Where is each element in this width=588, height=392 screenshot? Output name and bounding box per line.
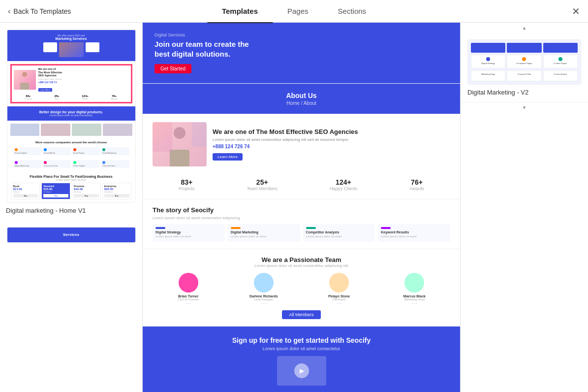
right-card-label-v2: Digital Marketing - V2	[467, 89, 581, 98]
mid-team-section: We are a Passionate Team Lorem ipsum dol…	[143, 249, 460, 327]
back-label: Back To Templates	[13, 7, 71, 15]
mid-team-title: We are a Passionate Team	[153, 256, 450, 263]
right-panel: ▲ Digital Strategy	[460, 23, 588, 392]
product-img-3	[72, 124, 101, 136]
team-avatar-4	[404, 273, 424, 293]
mini-page-home-v1: We offer expert SEO and Marketing Servic…	[7, 30, 135, 202]
back-button[interactable]: ‹ Back To Templates	[0, 0, 79, 22]
mini-hero-title: Marketing Services	[12, 37, 130, 40]
story-icon-4	[381, 227, 391, 229]
card-preview-home-v1: We offer expert SEO and Marketing Servic…	[7, 30, 136, 203]
mid-hero-cta: Get Started	[155, 64, 191, 73]
pricing-card-3: Premium $49.99 20 items Buy	[72, 183, 101, 199]
mid-team-more-btn[interactable]: All Members	[282, 310, 320, 319]
mid-about-section: About Us Home / About	[143, 84, 460, 114]
mini-reason-7: Online Digital	[72, 160, 100, 168]
close-button[interactable]: ✕	[572, 6, 580, 16]
mid-seo-btn: Learn More	[213, 153, 243, 161]
tab-sections[interactable]: Sections	[323, 0, 381, 23]
mid-signup-image: ▶	[277, 356, 326, 386]
team-avatar-1	[179, 273, 198, 293]
mid-team-grid: Brian Turner CEO & Founder · · · Darlene…	[153, 273, 450, 305]
mini-stats: 83+Projects 25+Team 124+Clients 76+Award…	[14, 93, 129, 100]
person-overlay-left	[153, 122, 172, 152]
mini-stat-2: 25+Team	[54, 95, 59, 100]
mini-seo-img	[14, 70, 36, 90]
mini-product-title: Better design for your digital products.	[12, 110, 130, 114]
main-layout: We offer expert SEO and Marketing Servic…	[0, 23, 588, 392]
right-card-v2[interactable]: Digital Strategy Competitor Pages Conten…	[461, 33, 588, 102]
signup-img-inner: ▶	[277, 356, 326, 386]
card-label-home-v1: Digital marketing - Home V1	[0, 203, 142, 220]
mini-seo-btn: Learn More	[38, 88, 52, 92]
mid-about-blue: About Us Home / About	[143, 84, 460, 114]
story-icon-3	[306, 227, 316, 229]
v2-card-2: Competitor Pages	[507, 55, 541, 68]
v2-blue-2	[507, 43, 541, 53]
product-img-2	[41, 124, 70, 136]
story-card-4: Keyword Results Lorem ipsum dolor sit am…	[378, 224, 450, 242]
scroll-up-arrow[interactable]: ▲	[461, 23, 588, 33]
mini-hero-tagline: We offer expert SEO and	[12, 34, 130, 37]
mid-hero-content: Digital Services Join our team to create…	[143, 23, 460, 83]
v2-grid-bot: Marketing Page Consumer Plan Content Exp…	[471, 70, 578, 81]
mini-hero-illustration	[59, 42, 84, 57]
mid-seo-desc: Lorem ipsum dolor sit amet consectetur a…	[213, 137, 358, 142]
mini-reasons-title: More reasons companies around the world …	[10, 141, 132, 144]
mid-hero-title: Join our team to create the best digital…	[155, 39, 253, 59]
header: ‹ Back To Templates Templates Pages Sect…	[0, 0, 588, 23]
mini-reason-2: Social Media	[42, 147, 71, 155]
middle-panel: Digital Services Join our team to create…	[143, 23, 460, 392]
mid-story-desc: Lorem ipsum dolor sit amet consectetur a…	[153, 216, 450, 220]
team-social-4: · · ·	[379, 302, 450, 305]
mid-stat-3: 124+ Happy Clients	[330, 178, 357, 191]
mini-reasons-grid-bot: Digital Marketing Consumer Data Online D…	[10, 158, 132, 170]
mid-stat-4: 76+ Awards	[409, 178, 424, 191]
mid-stats: 83+ Projects 25+ Team Members 124+ Happy…	[143, 174, 460, 199]
mid-story-title: The story of Seocify	[153, 206, 450, 214]
mini-reasons-grid-top: Search Digital Social Media Social Pages…	[10, 145, 132, 157]
mid-hero-cta-wrap: Get Started	[155, 64, 448, 73]
mini-stat-1: 83+Projects	[25, 95, 31, 100]
tab-templates[interactable]: Templates	[207, 0, 273, 23]
mini-stat-4: 76+Awards	[111, 95, 117, 100]
mid-team-sub: Lorem ipsum dolor sit amet consectetur a…	[153, 263, 450, 268]
mid-seo-content: We are one of The Most Effective SEO Age…	[143, 114, 460, 174]
mini-reason-1: Search Digital	[13, 147, 42, 155]
person-body	[170, 150, 189, 166]
team-social-1: · · ·	[153, 302, 224, 305]
mid-seo-phone: +888 124 726 74	[213, 144, 358, 149]
mid-signup-sub: Lorem ipsum dolor sit amet consectetur	[153, 346, 450, 351]
mini-reason-6: Consumer Data	[42, 160, 71, 168]
tab-pages[interactable]: Pages	[273, 0, 323, 23]
team-member-3: Pelayo Stone Developer · · ·	[304, 273, 375, 305]
team-avatar-3	[329, 273, 349, 293]
mid-story-cards: Digital Strategy Lorem ipsum dolor sit a…	[153, 224, 450, 242]
right-card-img-v2: Digital Strategy Competitor Pages Conten…	[467, 39, 581, 85]
story-icon-2	[231, 227, 241, 229]
mini-plans: Flexible Plans For Small To FastGrowing …	[7, 172, 135, 202]
mid-seo-image	[153, 122, 207, 166]
back-arrow-icon: ‹	[8, 7, 10, 16]
mini-seo-pink: We are one ofThe Most EffectiveSEO Agenc…	[10, 64, 132, 103]
mini-stat-3: 124+Clients	[82, 95, 89, 100]
v2-preview: Digital Strategy Competitor Pages Conten…	[468, 40, 581, 84]
pricing-card-2: Standard $39.80 10 items Buy	[41, 183, 70, 199]
v2-card-4: Marketing Page	[471, 70, 505, 81]
v2-blue-3	[543, 43, 578, 53]
person-overlay-right	[192, 122, 207, 147]
mid-stat-2: 25+ Team Members	[247, 178, 278, 191]
mid-seo-heading: We are one of The Most Effective SEO Age…	[213, 128, 358, 136]
mini-reason-8: Content Expert	[101, 160, 129, 168]
team-social-3: · · ·	[304, 302, 375, 305]
mid-about-sub: Home / About	[153, 100, 450, 106]
team-social-2: · · ·	[228, 302, 299, 305]
scroll-down-arrow[interactable]: ▼	[461, 102, 588, 112]
template-card-services[interactable]: Services	[0, 227, 142, 243]
mini-plans-title: Flexible Plans For Small To FastGrowing …	[11, 175, 131, 178]
template-card-digital-marketing-home-v1[interactable]: We offer expert SEO and Marketing Servic…	[0, 30, 142, 220]
mini-plans-sub: Lorem ipsum dolor sit amet	[11, 178, 131, 181]
team-member-4: Marcus Black Marketing Head · · ·	[379, 273, 450, 305]
card-preview-services: Services	[7, 227, 136, 243]
v2-blue-1	[471, 43, 505, 53]
